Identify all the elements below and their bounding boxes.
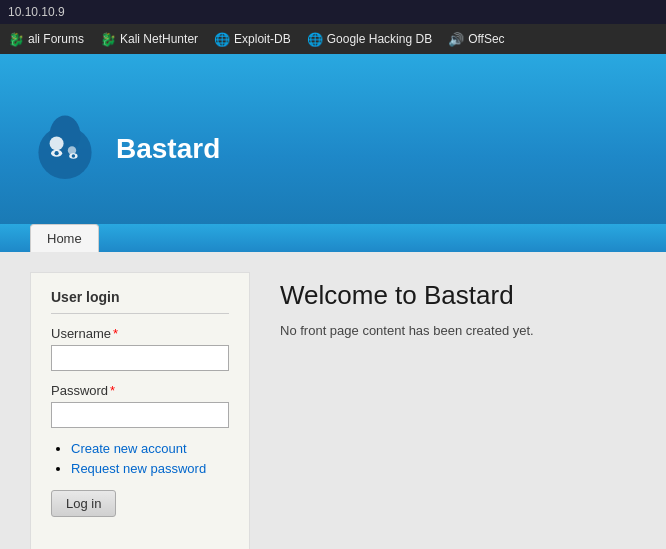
- welcome-section: Welcome to Bastard No front page content…: [280, 272, 636, 549]
- password-label: Password *: [51, 383, 229, 398]
- create-account-item: Create new account: [71, 440, 229, 456]
- kali-forums-icon: 🐉: [8, 32, 24, 47]
- offsec-icon: 🔊: [448, 32, 464, 47]
- request-password-link[interactable]: Request new password: [71, 461, 206, 476]
- username-input[interactable]: [51, 345, 229, 371]
- create-account-link[interactable]: Create new account: [71, 441, 187, 456]
- login-links: Create new account Request new password: [51, 440, 229, 476]
- svg-point-7: [72, 154, 76, 158]
- title-bar: 10.10.10.9: [0, 0, 666, 24]
- kali-forums-label: ali Forums: [28, 32, 84, 46]
- username-label: Username *: [51, 326, 229, 341]
- login-button[interactable]: Log in: [51, 490, 116, 517]
- offsec-label: OffSec: [468, 32, 504, 46]
- nav-bar: Home: [0, 224, 666, 252]
- exploit-db-label: Exploit-DB: [234, 32, 291, 46]
- nethunter-icon: 🐉: [100, 32, 116, 47]
- google-hacking-icon: 🌐: [307, 32, 323, 47]
- bookmark-bar: 🐉 ali Forums 🐉 Kali NetHunter 🌐 Exploit-…: [0, 24, 666, 54]
- main-content: User login Username * Password * Create …: [0, 252, 666, 549]
- svg-point-6: [55, 151, 59, 155]
- exploit-db-icon: 🌐: [214, 32, 230, 47]
- username-required: *: [113, 326, 118, 341]
- login-title: User login: [51, 289, 229, 314]
- nethunter-label: Kali NetHunter: [120, 32, 198, 46]
- bookmark-google-hacking[interactable]: 🌐 Google Hacking DB: [307, 32, 432, 47]
- request-password-item: Request new password: [71, 460, 229, 476]
- bookmark-offsec[interactable]: 🔊 OffSec: [448, 32, 504, 47]
- password-input[interactable]: [51, 402, 229, 428]
- login-box: User login Username * Password * Create …: [30, 272, 250, 549]
- bookmark-kali-nethunter[interactable]: 🐉 Kali NetHunter: [100, 32, 198, 47]
- welcome-text: No front page content has been created y…: [280, 323, 636, 338]
- site-name: Bastard: [116, 133, 220, 165]
- site-header: Bastard: [0, 54, 666, 224]
- tab-home[interactable]: Home: [30, 224, 99, 252]
- svg-point-3: [68, 146, 76, 154]
- welcome-title: Welcome to Bastard: [280, 280, 636, 311]
- title-text: 10.10.10.9: [8, 5, 65, 19]
- password-required: *: [110, 383, 115, 398]
- svg-point-2: [50, 136, 64, 150]
- bookmark-kali-forums[interactable]: 🐉 ali Forums: [8, 32, 84, 47]
- bookmark-exploit-db[interactable]: 🌐 Exploit-DB: [214, 32, 291, 47]
- google-hacking-label: Google Hacking DB: [327, 32, 432, 46]
- site-logo: [30, 114, 100, 184]
